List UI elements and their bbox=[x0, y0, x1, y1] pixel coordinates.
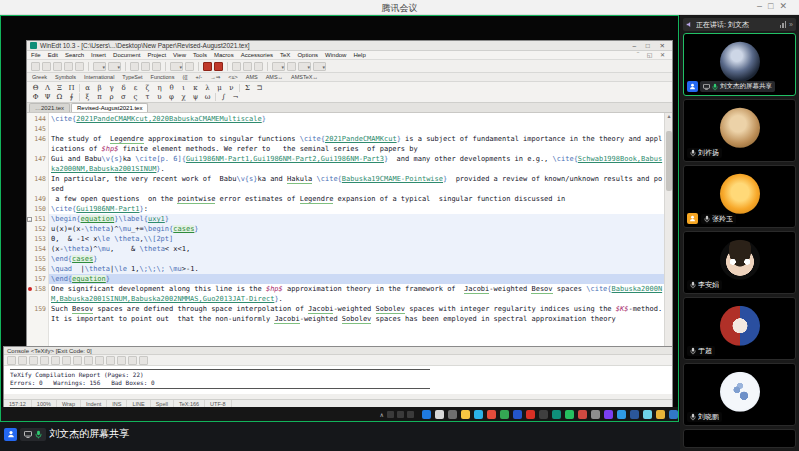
line-content[interactable]: (x-\theta)^\mu, & \theta< x<1, bbox=[49, 244, 664, 254]
editor-line[interactable]: 154(x-\theta)^\mu, & \theta< x<1, bbox=[27, 244, 664, 254]
line-content[interactable]: \end{equation} bbox=[49, 274, 664, 284]
print-icon[interactable] bbox=[75, 62, 84, 71]
line-content[interactable] bbox=[49, 124, 664, 134]
menu-item-tex[interactable]: TeX bbox=[280, 52, 290, 58]
rerun-icon[interactable] bbox=[128, 356, 137, 365]
line-content[interactable]: In particular, the very recent work of B… bbox=[49, 174, 664, 194]
line-content[interactable]: \cite{2021PandeCMAMKcut,2020BabuskaCMAME… bbox=[49, 114, 664, 124]
mdi-child-controls[interactable]: ‾ ◱ ✕ bbox=[637, 51, 668, 58]
meeting-window-controls[interactable]: –□✕ bbox=[757, 1, 793, 11]
palette-tab-[interactable]: →⇒ bbox=[210, 74, 220, 80]
vscode-icon[interactable] bbox=[617, 410, 626, 419]
symbol-button[interactable]: υ bbox=[155, 93, 164, 101]
line-content[interactable]: a few open questions on the pointwise er… bbox=[49, 194, 664, 204]
task-view-icon[interactable] bbox=[448, 410, 457, 419]
symbol-button[interactable]: θ bbox=[167, 84, 176, 92]
next-error-icon[interactable] bbox=[117, 356, 126, 365]
line-content[interactable]: 0, & -1< x\le \theta,\\[2pt] bbox=[49, 234, 664, 244]
editor-scrollbar[interactable]: ▲ ▼ bbox=[664, 113, 672, 350]
chrome-icon[interactable] bbox=[487, 410, 496, 419]
symbol-button[interactable]: β bbox=[95, 84, 104, 92]
texify-icon[interactable] bbox=[203, 62, 212, 71]
palette-tab-typeset[interactable]: TypeSet bbox=[122, 74, 142, 80]
symbol-button[interactable]: μ bbox=[215, 84, 224, 92]
open-file-icon[interactable] bbox=[42, 62, 51, 71]
editor-lines[interactable]: 144\cite{2021PandeCMAMKcut,2020BabuskaCM… bbox=[27, 114, 664, 324]
redo-icon[interactable] bbox=[108, 62, 121, 71]
member-badge-icon[interactable] bbox=[4, 428, 17, 441]
menu-icon[interactable] bbox=[139, 356, 148, 365]
pdf-reader-icon[interactable] bbox=[526, 410, 535, 419]
edge-icon[interactable] bbox=[474, 410, 483, 419]
line-content[interactable]: \end{cases} bbox=[49, 254, 664, 264]
pdf-preview-icon[interactable] bbox=[243, 62, 252, 71]
dark-app-icon[interactable] bbox=[539, 410, 548, 419]
symbol-button[interactable]: ν bbox=[227, 84, 236, 92]
maximize-icon[interactable]: □ bbox=[768, 1, 779, 11]
prev-error-icon[interactable] bbox=[106, 356, 115, 365]
line-content[interactable]: \begin{equation}\label{uxy1} bbox=[49, 214, 664, 224]
palette-tab-ams[interactable]: AMS↔ bbox=[266, 74, 283, 80]
participant-tile[interactable]: 刘祚扬 bbox=[683, 99, 796, 162]
document-tab[interactable]: …2021.tex bbox=[29, 103, 70, 112]
palette-tab-amstex[interactable]: AMSTeX↔ bbox=[291, 74, 318, 80]
symbol-button[interactable]: φ bbox=[167, 93, 176, 101]
filter-icon[interactable] bbox=[73, 356, 82, 365]
goto-error-icon[interactable] bbox=[95, 356, 104, 365]
menu-item-edit[interactable]: Edit bbox=[48, 52, 58, 58]
pdf-texify-icon[interactable] bbox=[214, 62, 223, 71]
symbol-button[interactable]: ε bbox=[131, 84, 140, 92]
symbol-button[interactable]: ⊐ bbox=[255, 84, 264, 92]
participant-tile[interactable]: 李安娟 bbox=[683, 231, 796, 294]
symbol-button[interactable]: α bbox=[83, 84, 92, 92]
menu-item-options[interactable]: Options bbox=[297, 52, 318, 58]
system-tray[interactable]: ∧ bbox=[380, 411, 418, 418]
editor-line[interactable]: –151\begin{equation}\label{uxy1} bbox=[27, 214, 664, 224]
winedt-icon[interactable] bbox=[552, 410, 561, 419]
symbol-button[interactable]: κ bbox=[191, 84, 200, 92]
tray-volume-icon[interactable] bbox=[397, 411, 404, 418]
edit-log-icon[interactable] bbox=[29, 356, 38, 365]
symbol-button[interactable]: Σ bbox=[243, 84, 252, 92]
menu-item-accessories[interactable]: Accessories bbox=[241, 52, 273, 58]
symbol-button[interactable]: π bbox=[95, 93, 104, 101]
menu-item-view[interactable]: View bbox=[173, 52, 186, 58]
symbol-button[interactable]: Θ bbox=[31, 84, 40, 92]
symbol-button[interactable]: λ bbox=[203, 84, 212, 92]
save-icon[interactable] bbox=[53, 62, 62, 71]
tray-expand-icon[interactable]: ∧ bbox=[380, 411, 384, 418]
document-tab[interactable]: Revised-August2021.tex bbox=[71, 103, 148, 112]
tray-clock[interactable] bbox=[407, 411, 414, 418]
blue-app-icon[interactable] bbox=[513, 410, 522, 419]
typescript-app-icon[interactable] bbox=[669, 410, 678, 419]
participant-tile[interactable] bbox=[683, 429, 796, 448]
gray-app-icon[interactable] bbox=[591, 410, 600, 419]
palette-tab-functions[interactable]: Functions bbox=[151, 74, 175, 80]
fold-toggle-icon[interactable]: – bbox=[27, 217, 32, 222]
visual-studio-icon[interactable] bbox=[604, 410, 613, 419]
symbol-button[interactable]: ψ bbox=[191, 93, 200, 101]
palette-tab-ams[interactable]: AMS bbox=[246, 74, 258, 80]
line-content[interactable]: \cite{Gui1986NM-Part1}: bbox=[49, 204, 664, 214]
winedt-titlebar[interactable]: WinEdt 10.3 - [C:\Users\...\Desktop\New … bbox=[27, 41, 672, 51]
editor-line[interactable]: 156\quad |\theta|\le 1,\;\;\; \mu>-1. bbox=[27, 264, 664, 274]
symbol-button[interactable]: δ bbox=[119, 84, 128, 92]
cut-icon[interactable] bbox=[130, 62, 139, 71]
menu-item-document[interactable]: Document bbox=[113, 52, 140, 58]
editor-line[interactable]: 147Gui and Babu\v{s}ka \cite[p. 6]{Gui19… bbox=[27, 154, 664, 174]
symbol-button[interactable]: ∫ bbox=[219, 93, 228, 101]
new-file-icon[interactable] bbox=[31, 62, 40, 71]
wechat-icon[interactable] bbox=[565, 410, 574, 419]
collapse-sidebar-icon[interactable]: » bbox=[789, 21, 793, 28]
symbol-button[interactable]: ρ bbox=[107, 93, 116, 101]
participant-tile[interactable]: 张羚玉 bbox=[683, 165, 796, 228]
red-app-icon[interactable] bbox=[578, 410, 587, 419]
winedt-window-controls[interactable]: – □ ✕ bbox=[632, 42, 669, 50]
save-all-icon[interactable] bbox=[64, 62, 73, 71]
palette-tab-greek[interactable]: Greek bbox=[32, 74, 47, 80]
help-icon[interactable] bbox=[313, 62, 326, 71]
symbol-button[interactable]: ζ bbox=[143, 84, 152, 92]
start-icon[interactable] bbox=[422, 410, 431, 419]
close-icon[interactable]: ✕ bbox=[779, 1, 793, 11]
scroll-up-icon[interactable]: ▲ bbox=[665, 113, 672, 119]
